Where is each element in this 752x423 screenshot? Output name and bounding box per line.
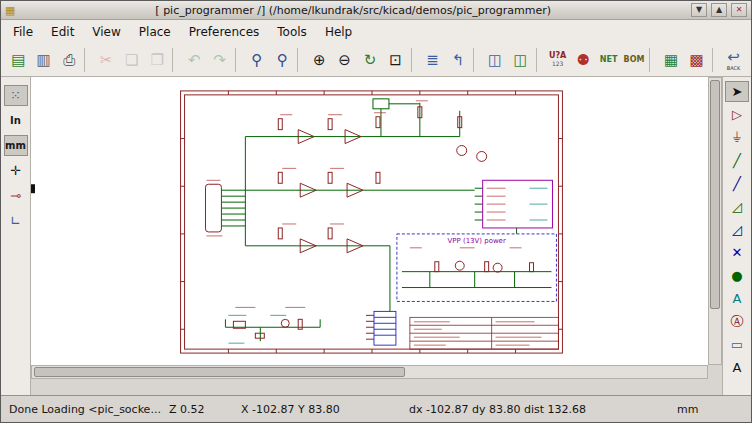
undo-button[interactable]: ↶: [182, 47, 206, 73]
hidden-pins-toggle-icon: ⊸: [10, 189, 21, 202]
zoom-fit-icon: ⊡: [389, 53, 402, 68]
close-button[interactable]: ✕: [731, 3, 747, 17]
place-net-label-button[interactable]: A: [725, 288, 749, 309]
horizontal-scrollbar-thumb[interactable]: [34, 367, 405, 377]
zoom-out-icon: ⊖: [338, 53, 351, 68]
hv-wires-toggle-button[interactable]: ∟: [4, 210, 28, 231]
cursor-shape-toggle-button[interactable]: ✛: [4, 160, 28, 181]
zoom-in-button[interactable]: ⊕: [307, 47, 331, 73]
minimize-button[interactable]: ▼: [691, 3, 707, 17]
menu-preferences[interactable]: Preferences: [180, 22, 269, 42]
menu-place[interactable]: Place: [130, 22, 180, 42]
wires: [221, 103, 551, 341]
library-browser-button[interactable]: ◫: [483, 47, 507, 73]
bom-label: BOM: [624, 56, 645, 65]
assign-footprints-button[interactable]: ▦: [659, 47, 683, 73]
navigate-hierarchy-icon: ≣: [426, 53, 439, 68]
menu-file[interactable]: File: [4, 22, 42, 42]
toolbar-separator: [297, 48, 304, 72]
redo-icon: ↷: [213, 53, 226, 68]
place-global-label-button[interactable]: Ⓐ: [725, 311, 749, 332]
run-pcbnew-icon: ▩: [689, 53, 703, 68]
netlist-button[interactable]: NET: [596, 47, 620, 73]
maximize-button[interactable]: ▲: [711, 3, 727, 17]
library-doc-browser-button[interactable]: ◫: [508, 47, 532, 73]
page-settings-button[interactable]: ▥: [31, 47, 55, 73]
schematic-canvas[interactable]: VPP (13V) power: [31, 77, 708, 365]
run-pcbnew-button[interactable]: ▩: [684, 47, 708, 73]
vertical-scrollbar-thumb[interactable]: [710, 80, 720, 309]
relative-position: dx -102.87 dy 83.80 dist 132.68: [409, 403, 677, 416]
leave-sheet-button[interactable]: ↰: [446, 47, 470, 73]
find-icon: ⚲: [251, 53, 262, 68]
vertical-scrollbar[interactable]: [708, 77, 722, 365]
grid-toggle-button[interactable]: ⁙: [4, 85, 28, 106]
place-junction-button[interactable]: ●: [725, 265, 749, 286]
toolbar-separator: [235, 48, 242, 72]
paste-button[interactable]: ❐: [145, 47, 169, 73]
wire-to-bus-entry-button[interactable]: ◿: [725, 196, 749, 217]
place-component-button[interactable]: ▷: [725, 104, 749, 125]
navigate-hierarchy-button[interactable]: ≣: [420, 47, 444, 73]
units-mm-button[interactable]: mm: [4, 135, 28, 156]
place-text-button[interactable]: A: [725, 357, 749, 378]
place-bus-icon: ╱: [733, 177, 741, 190]
place-wire-icon: ╱: [733, 154, 741, 167]
top-toolbar: ▤▥⎙✂❏❐↶↷⚲⚲⊕⊖↻⊡≣↰◫◫U?A123⚉NETBOM▦▩↩BACK: [1, 44, 751, 77]
toolbar-separator: [473, 48, 480, 72]
zoom-fit-button[interactable]: ⊡: [383, 47, 407, 73]
cut-button[interactable]: ✂: [94, 47, 118, 73]
erc-check-icon: ⚉: [576, 53, 589, 68]
bus-to-bus-entry-button[interactable]: ◿: [725, 219, 749, 240]
bom-button[interactable]: BOM: [622, 47, 646, 73]
zoom-redraw-button[interactable]: ↻: [358, 47, 382, 73]
menu-edit[interactable]: Edit: [42, 22, 83, 42]
place-bus-button[interactable]: ╱: [725, 173, 749, 194]
place-junction-icon: ●: [731, 269, 742, 282]
status-message: Done Loading <pic_socke...: [9, 403, 169, 416]
find-button[interactable]: ⚲: [244, 47, 268, 73]
units-mm-label: mm: [5, 141, 26, 151]
annotate-button[interactable]: U?A123: [545, 47, 569, 73]
place-power-port-button[interactable]: ⏚: [725, 127, 749, 148]
teal-marks: [228, 315, 286, 343]
window-title: [ pic_programmer /] (/home/lkundrak/src/…: [19, 4, 687, 17]
redo-button[interactable]: ↷: [207, 47, 231, 73]
toolbar-separator: [649, 48, 656, 72]
place-no-connect-button[interactable]: ✕: [725, 242, 749, 263]
hidden-pins-toggle-button[interactable]: ⊸: [4, 185, 28, 206]
back-annotate-sublabel: BACK: [727, 65, 741, 71]
assign-footprints-icon: ▦: [664, 53, 678, 68]
menu-view[interactable]: View: [83, 22, 129, 42]
cursor-tool-button[interactable]: ➤: [725, 81, 749, 102]
cursor-shape-toggle-icon: ✛: [10, 164, 21, 177]
erc-check-button[interactable]: ⚉: [571, 47, 595, 73]
print-button[interactable]: ⎙: [57, 47, 81, 73]
back-annotate-button[interactable]: ↩BACK: [721, 47, 745, 73]
zoom-out-button[interactable]: ⊖: [332, 47, 356, 73]
place-hierarchical-sheet-button[interactable]: ▭: [725, 334, 749, 355]
menu-tools[interactable]: Tools: [268, 22, 316, 42]
save-schematic-button[interactable]: ▤: [6, 47, 30, 73]
vpp-label: VPP (13V) power: [448, 237, 506, 245]
sheet-frame: [181, 91, 563, 353]
menu-help[interactable]: Help: [316, 22, 361, 42]
schematic-drawing: VPP (13V) power: [31, 77, 708, 365]
bottom-connector: [374, 311, 396, 345]
pic-socket-text-teal: [530, 188, 548, 220]
toolbar-separator: [536, 48, 543, 72]
copy-button[interactable]: ❏: [119, 47, 143, 73]
zoom-in-icon: ⊕: [313, 53, 326, 68]
units-inches-button[interactable]: In: [4, 110, 28, 131]
print-icon: ⎙: [63, 53, 75, 68]
titlebar[interactable]: ▦ [ pic_programmer /] (/home/lkundrak/sr…: [1, 1, 751, 20]
place-wire-button[interactable]: ╱: [725, 150, 749, 171]
cursor-position: X -102.87 Y 83.80: [241, 403, 409, 416]
undo-icon: ↶: [188, 53, 201, 68]
find-replace-button[interactable]: ⚲: [270, 47, 294, 73]
copy-icon: ❏: [125, 53, 138, 68]
app-icon: ▦: [5, 5, 15, 16]
statusbar: Done Loading <pic_socke...Z 0.52X -102.8…: [1, 395, 751, 422]
toolbar-separator: [172, 48, 179, 72]
horizontal-scrollbar[interactable]: [31, 365, 708, 379]
